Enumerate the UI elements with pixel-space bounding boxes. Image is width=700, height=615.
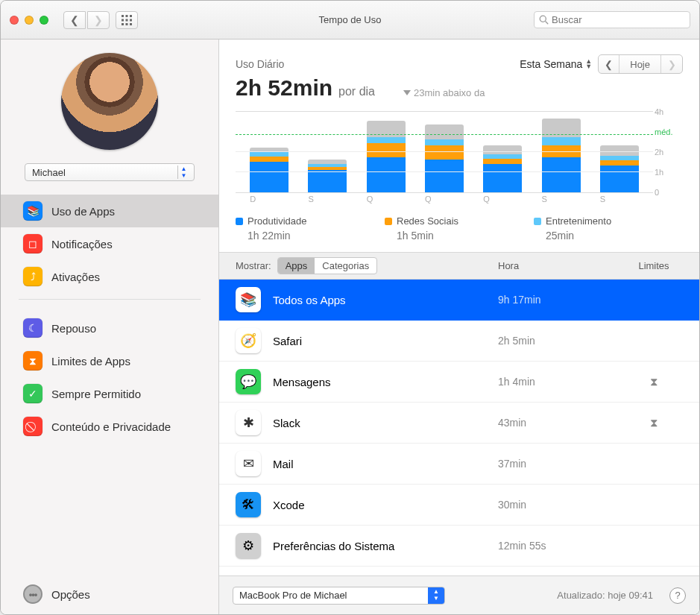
app-row[interactable]: ✱Slack43min⧗ [219,403,699,444]
chart-legend: Produtividade1h 22minRedes Sociais1h 5mi… [236,215,683,242]
date-today-button[interactable]: Hoje [619,55,661,73]
search-field[interactable] [534,11,690,28]
user-avatar [61,53,158,150]
body: Michael ▲▼ 📚Uso de Apps◻︎Notificações⤴︎A… [1,40,699,614]
msg-icon: 💬 [236,369,261,394]
app-time: 2h 5min [498,335,625,347]
show-segmented-control[interactable]: Apps Categorias [277,257,378,274]
back-button[interactable]: ❮ [63,11,86,29]
sidebar-group-limits: ☾Repouso⧗Limites de Apps✓Sempre Permitid… [1,312,218,443]
app-limit: ⧗ [625,416,683,429]
slack-icon: ✱ [236,410,261,435]
legend-item-ent: Entretenimento25min [534,215,683,242]
sidebar-item-timer[interactable]: ⧗Limites de Apps [1,344,218,377]
app-row[interactable]: ⚙︎Preferências do Sistema12min 55s [219,526,699,567]
forward-button[interactable]: ❯ [87,11,110,29]
timer-icon: ⧗ [23,351,42,370]
minimize-button[interactable] [25,16,34,25]
segment-categories[interactable]: Categorias [315,258,376,274]
zoom-button[interactable] [40,16,48,25]
filter-bar: Mostrar: Apps Categorias Hora Limites [219,252,699,280]
app-time: 43min [498,417,625,429]
main: Uso Diário Esta Semana ▲▼ ❮ Hoje ❯ [219,40,699,614]
moon-icon: ☾ [23,318,42,338]
app-name: Xcode [273,499,498,511]
help-button[interactable]: ? [669,587,686,604]
device-select[interactable]: MacBook Pro de Michael ▲▼ [233,587,445,605]
app-row[interactable]: 🛠Xcode30min [219,485,699,526]
sidebar-item-label: Sempre Permitido [51,388,141,400]
gear-icon: ⚙︎ [236,533,261,558]
app-row[interactable]: 💬Mensagens1h 4min⧗ [219,362,699,403]
device-select-value: MacBook Pro de Michael [239,590,347,601]
app-name: Safari [273,335,498,347]
sidebar-item-pickup[interactable]: ⤴︎Ativações [1,260,218,293]
usage-suffix: por dia [338,85,375,98]
legend-value: 1h 5min [397,230,534,242]
chart-bar [483,145,522,192]
sidebar: Michael ▲▼ 📚Uso de Apps◻︎Notificações⤴︎A… [1,40,219,614]
range-select[interactable]: Esta Semana ▲▼ [520,58,592,70]
legend-label: Entretenimento [546,215,611,227]
sidebar-item-label: Repouso [51,322,96,335]
svg-rect-2 [130,15,132,17]
legend-item-soc: Redes Sociais1h 5min [385,215,534,242]
legend-swatch-icon [236,218,243,225]
sidebar-item-label: Conteúdo e Privacidade [51,420,171,433]
footer: MacBook Pro de Michael ▲▼ Atualizado: ho… [219,575,699,614]
show-all-prefs-button[interactable] [116,11,138,29]
chevron-updown-icon: ▲▼ [177,165,189,179]
sidebar-item-moon[interactable]: ☾Repouso [1,312,218,344]
app-row[interactable]: ✉︎Mail37min [219,444,699,485]
sidebar-options[interactable]: ••• Opções [1,574,218,614]
history-nav: ❮ ❯ [63,11,110,29]
legend-swatch-icon [385,218,392,225]
svg-rect-0 [122,15,124,17]
chart-bar [425,124,464,192]
sidebar-item-check[interactable]: ✓Sempre Permitido [1,377,218,410]
app-row[interactable]: 🧭Safari2h 5min [219,321,699,362]
date-next-button[interactable]: ❯ [661,55,682,73]
app-name: Todos os Apps [273,294,498,306]
nope-icon: ⃠ [23,417,42,436]
chart-bar [367,121,406,192]
user-select[interactable]: Michael ▲▼ [25,163,195,181]
chart-bar [542,119,581,192]
sidebar-item-bell[interactable]: ◻︎Notificações [1,227,218,260]
user-select-value: Michael [32,167,66,178]
svg-rect-1 [126,15,128,17]
legend-item-prod: Produtividade1h 22min [236,215,385,242]
sidebar-item-layers[interactable]: 📚Uso de Apps [1,195,218,227]
sidebar-item-label: Uso de Apps [51,205,115,218]
app-list[interactable]: 📚Todos os Apps9h 17min🧭Safari2h 5min💬Men… [219,280,699,575]
date-prev-button[interactable]: ❮ [599,55,619,73]
down-arrow-icon [403,90,411,95]
usage-chart: 4hméd.2h1h0 DSQQQSS [236,111,683,204]
usage-header: Uso Diário Esta Semana ▲▼ ❮ Hoje ❯ [219,40,699,104]
date-nav: ❮ Hoje ❯ [598,54,683,74]
svg-rect-6 [122,23,124,25]
search-icon [539,15,549,25]
legend-label: Produtividade [247,215,307,227]
options-label: Opções [51,588,90,601]
segment-apps[interactable]: Apps [278,258,315,274]
column-header-limits: Limites [625,260,683,271]
layers-icon: 📚 [236,287,261,312]
app-time: 1h 4min [498,376,625,388]
sidebar-item-nope[interactable]: ⃠Conteúdo e Privacidade [1,410,218,443]
layers-icon: 📚 [23,201,42,221]
search-input[interactable] [552,14,685,25]
chevron-updown-icon: ▲▼ [585,59,592,69]
app-name: Mensagens [273,376,498,388]
chart-bar [308,160,347,192]
app-name: Slack [273,417,498,429]
sidebar-divider [19,299,201,300]
app-name: Preferências do Sistema [273,540,498,552]
close-button[interactable] [10,16,19,25]
app-row[interactable]: 📚Todos os Apps9h 17min [219,280,699,321]
usage-delta: 23min abaixo da [403,87,485,98]
chevron-updown-icon: ▲▼ [428,587,444,604]
grid-icon [122,15,132,25]
updated-label: Atualizado: hoje 09:41 [557,590,653,601]
xcode-icon: 🛠 [236,492,261,517]
